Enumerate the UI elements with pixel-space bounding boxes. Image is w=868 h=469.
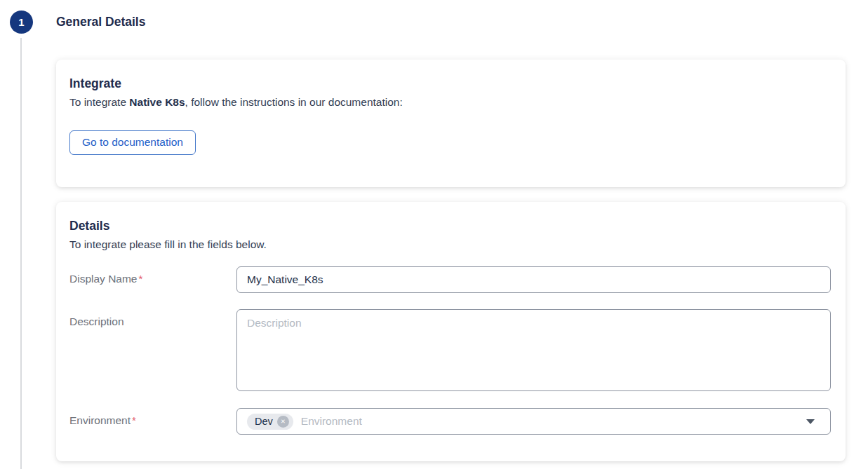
- instructions-suffix: , follow the instructions in our documen…: [185, 96, 403, 108]
- display-name-label: Display Name*: [69, 266, 236, 285]
- environment-multiselect[interactable]: Dev ✕ Environment: [236, 408, 831, 435]
- step-number: 1: [18, 16, 24, 28]
- step-title: General Details: [56, 15, 145, 29]
- environment-tag-dev: Dev ✕: [247, 414, 293, 430]
- environment-label-text: Environment: [69, 414, 131, 426]
- integrate-card: Integrate To integrate Native K8s, follo…: [56, 60, 846, 187]
- integrate-instructions-text: To integrate Native K8s, follow the inst…: [69, 96, 832, 109]
- integrate-card-title: Integrate: [69, 76, 832, 91]
- required-asterisk: *: [132, 414, 136, 426]
- step-number-badge: 1: [10, 11, 33, 34]
- details-card-subtitle: To integrate please fill in the fields b…: [69, 238, 832, 251]
- environment-label: Environment*: [69, 408, 236, 427]
- display-name-label-text: Display Name: [69, 273, 137, 285]
- required-asterisk: *: [138, 273, 142, 285]
- environment-field-wrap: Dev ✕ Environment: [236, 408, 831, 435]
- description-field-wrap: [236, 309, 831, 391]
- details-card: Details To integrate please fill in the …: [56, 202, 846, 461]
- general-details-step-page: 1 General Details Integrate To integrate…: [0, 0, 868, 469]
- integration-name: Native K8s: [129, 96, 185, 108]
- remove-tag-icon[interactable]: ✕: [277, 416, 289, 428]
- environment-placeholder: Environment: [301, 415, 362, 428]
- description-label-text: Description: [69, 315, 124, 327]
- stepper-connector-line: [20, 38, 22, 469]
- environment-tag-label: Dev: [255, 416, 273, 427]
- caret-down-icon[interactable]: [806, 419, 815, 424]
- display-name-field-wrap: [236, 266, 831, 293]
- go-to-documentation-button[interactable]: Go to documentation: [69, 130, 196, 155]
- description-textarea[interactable]: [236, 309, 831, 391]
- display-name-row: Display Name*: [69, 266, 832, 293]
- environment-row: Environment* Dev ✕ Environment: [69, 408, 832, 435]
- description-row: Description: [69, 309, 832, 391]
- description-label: Description: [69, 309, 236, 328]
- details-card-title: Details: [69, 219, 832, 233]
- display-name-input[interactable]: [236, 266, 831, 293]
- instructions-prefix: To integrate: [69, 96, 129, 108]
